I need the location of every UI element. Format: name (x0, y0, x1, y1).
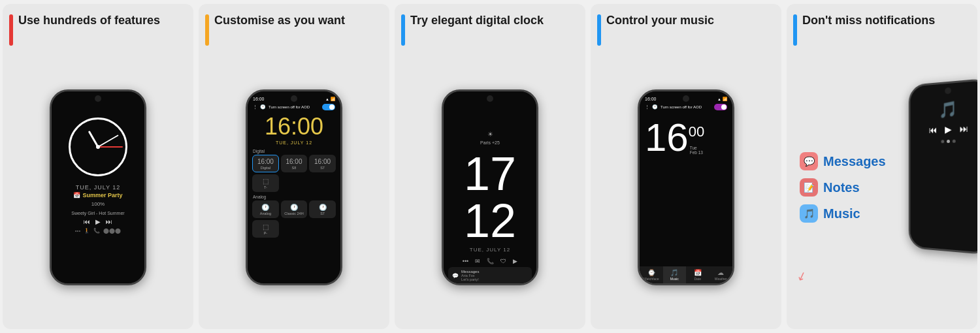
analog-icon-2: 🕐 (311, 204, 334, 211)
analog-item-3[interactable]: ⬚ P- (252, 220, 279, 238)
dot-1 (941, 140, 944, 143)
analog-item-1[interactable]: 🕐 Classic 24H (281, 200, 308, 218)
prev-icon: ⏮ (84, 218, 90, 225)
digital-icon-0: 16:00 (254, 158, 277, 165)
analog-icon-3: ⬚ (254, 223, 277, 230)
signal-icon-p4: 📶 (723, 97, 727, 101)
phone-4: 16:00 ▲ 📶 ⋮ 🕐 Turn screen off for AOD (638, 89, 734, 285)
p4-date-wrap: Tue Feb 13 (690, 146, 703, 155)
p4-right-time: 00 Tue Feb 13 (689, 121, 704, 155)
play-icon: ▶ (95, 218, 101, 225)
p4-tab-date[interactable]: 📅 Date (686, 266, 710, 283)
digital-label-3: T- (254, 185, 277, 189)
phone-2-screen: 16:00 ▲ 📶 ⋮ 🕐 Turn screen off for AOD 16… (248, 91, 340, 283)
phone-5: 🎵 ⏮ ▶ ⏭ (909, 78, 977, 255)
digital-item-0[interactable]: 16:00 Digital (252, 155, 279, 172)
p4-three-dot: ⋮ (645, 104, 649, 110)
p4-tab-music[interactable]: 🎵 Music (663, 266, 687, 283)
analog-clock (69, 118, 127, 176)
phone-3: ☀ Paris +25 17 12 TUE, JULY 12 ••• ✉ 📞 🛡… (442, 89, 538, 285)
p4-status-icons: ▲ 📶 (717, 97, 727, 101)
p2-main-time: 16:00 (265, 113, 323, 140)
phone-3-notch (487, 95, 493, 102)
panel-2-phone-wrap: 16:00 ▲ 📶 ⋮ 🕐 Turn screen off for AOD 16… (205, 52, 383, 323)
next-icon: ⏭ (106, 218, 112, 225)
phone-5-notch (945, 87, 951, 95)
panel-4-title: Control your music (606, 13, 714, 28)
phone-icon: 📞 (93, 228, 100, 234)
weather-tab-label: Weather (715, 277, 727, 281)
p4-toggle-label: ⋮ 🕐 Turn screen off for AOD (645, 104, 702, 110)
sun-icon: ☀ (487, 131, 493, 138)
p2-toggle-row: ⋮ 🕐 Turn screen off for AOD (248, 103, 340, 112)
digital-item-1[interactable]: 16:00 S8 (281, 155, 308, 172)
phone-4-notch (683, 95, 689, 102)
panel-5-title: Don't miss notifications (802, 13, 935, 28)
p1-battery: 100% (91, 201, 105, 207)
p1-date: TUE, JULY 12 (76, 184, 121, 191)
p4-minute: 00 (689, 123, 704, 140)
phone-3-screen: ☀ Paris +25 17 12 TUE, JULY 12 ••• ✉ 📞 🛡… (444, 91, 536, 283)
event-icon: 📅 (73, 192, 80, 198)
digital-item-2[interactable]: 16:00 S7 (309, 155, 336, 172)
p5-play: ▶ (945, 124, 952, 135)
p3-hour: 17 (464, 150, 516, 197)
music-tab-label: Music (670, 277, 679, 281)
digital-item-3[interactable]: ⬚ T- (252, 174, 279, 192)
panel-5: Don't miss notifications 💬 Messages 📝 No… (787, 4, 977, 329)
event-label: Summer Party (82, 192, 122, 198)
notif-text-wrap: Messages Aria Fox Let's party! (461, 270, 479, 281)
p4-clock-icon: 🕐 (652, 104, 658, 110)
p2-digital-grid: 16:00 Digital 16:00 S8 16:00 S7 ⬚ T- (252, 155, 336, 192)
phone-4-screen: 16:00 ▲ 📶 ⋮ 🕐 Turn screen off for AOD (640, 91, 732, 283)
notes-icon-wrap: 📝 (800, 178, 818, 197)
messages-icon-wrap: 💬 (800, 152, 818, 170)
phone-2-notch (291, 95, 297, 102)
p3-big-time: 17 12 (464, 150, 516, 244)
minute-hand (98, 135, 119, 148)
panel-1-accent (9, 14, 13, 46)
analog-label-1: Classic 24H (283, 212, 306, 215)
panel-2-header: Customise as you want (205, 13, 383, 46)
digital-icon-2: 16:00 (311, 158, 334, 165)
panel-5-accent (793, 14, 797, 46)
digital-label-0: Digital (254, 166, 277, 170)
analog-icon-0: 🕐 (254, 204, 277, 211)
analog-label-2: S7 (311, 212, 334, 215)
analog-item-0[interactable]: 🕐 Analog (252, 200, 279, 218)
panel-3-header: Try elegant digital clock (401, 13, 579, 46)
p3-bottom-icons: ••• ✉ 📞 🛡 ▶ (463, 258, 517, 264)
panel-5-phone-wrap: 🎵 ⏮ ▶ ⏭ (909, 78, 977, 255)
toggle-switch[interactable] (322, 104, 335, 110)
p5-music-icon: 🎵 (939, 100, 958, 119)
p3-location: Paris +25 (480, 140, 500, 145)
notes-icon: 📝 (804, 182, 815, 193)
p1-bottom-icons: ••• 🚶 📞 ⬤⬤⬤ (75, 228, 121, 234)
music-icon: 🎵 (804, 208, 815, 219)
p4-tab-watchface[interactable]: ⌚ Watchface (640, 266, 663, 283)
digital-label-1: S8 (283, 166, 306, 170)
panel-1: Use hundreds of features TUE, JULY 12 📅 … (3, 4, 193, 329)
p5-dots (941, 140, 955, 144)
panel-4-header: Control your music (597, 13, 775, 46)
p2-digital-label: Digital (248, 149, 265, 153)
messages-label: Messages (823, 154, 886, 169)
p4-tab-weather[interactable]: ☁ Weather (710, 266, 733, 283)
panel-1-header: Use hundreds of features (9, 13, 187, 46)
dot-3 (952, 140, 955, 143)
p4-toggle-switch[interactable] (714, 104, 727, 110)
panel-1-title: Use hundreds of features (18, 13, 160, 28)
p3-minute: 12 (464, 197, 516, 244)
panel-2-accent (205, 14, 209, 46)
analog-icon-1: 🕐 (283, 204, 306, 211)
analog-item-2[interactable]: 🕐 S7 (309, 200, 336, 218)
call-icon-p3: 📞 (487, 258, 494, 264)
dots-icon-p3: ••• (463, 258, 468, 264)
clock-center (96, 145, 100, 149)
notif-msg-icon: 💬 (452, 273, 459, 279)
notif-item-music: 🎵 Music (800, 204, 860, 223)
p3-notification: 💬 Messages Aria Fox Let's party! (448, 267, 532, 283)
panel-4-accent (597, 14, 601, 46)
phone-1-notch (95, 95, 101, 102)
p5-next: ⏭ (959, 123, 968, 135)
